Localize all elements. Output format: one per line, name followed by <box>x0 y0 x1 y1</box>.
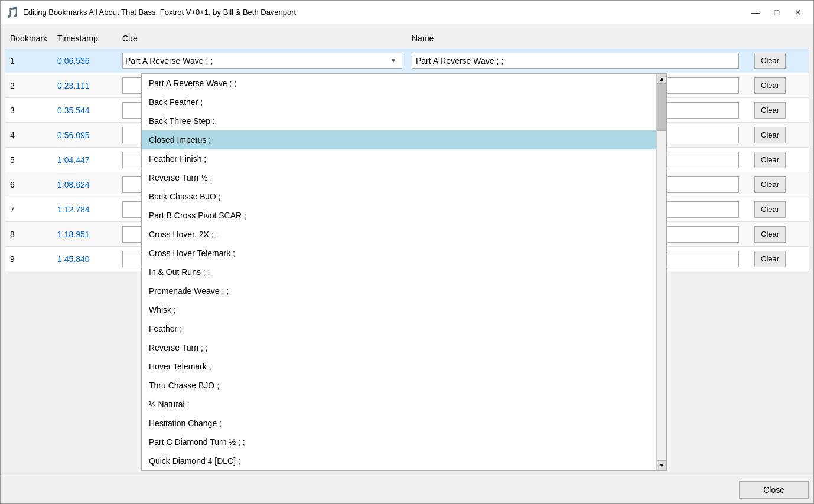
cell-bookmark-5: 5 <box>5 153 53 167</box>
window-title: Editing Bookmarks All About That Bass, F… <box>23 8 746 17</box>
dropdown-item[interactable]: Closed Impetus ; <box>142 130 656 149</box>
dropdown-item[interactable]: Thru Chasse BJO ; <box>142 376 656 395</box>
cell-clear-3[interactable]: Clear <box>750 100 809 121</box>
table-row: 1 0:06.536 Part A Reverse Wave ; ; ▼ Cle… <box>5 48 809 73</box>
bookmarks-table: Bookmark Timestamp Cue Name 1 0:06.536 P… <box>5 29 809 471</box>
clear-button-4[interactable]: Clear <box>754 127 786 143</box>
dropdown-item[interactable]: Feather ; <box>142 319 656 338</box>
cell-bookmark-6: 6 <box>5 178 53 192</box>
main-window: 🎵 Editing Bookmarks All About That Bass,… <box>0 0 814 504</box>
cell-bookmark-1: 1 <box>5 54 53 68</box>
dropdown-item[interactable]: Cross Hover Telemark ; <box>142 244 656 263</box>
scrollbar-up-button[interactable]: ▲ <box>657 74 667 84</box>
name-input-1[interactable] <box>412 53 739 69</box>
table-header: Bookmark Timestamp Cue Name <box>5 29 809 48</box>
clear-button-1[interactable]: Clear <box>754 53 786 69</box>
dropdown-item[interactable]: Part B Cross Pivot SCAR ; <box>142 206 656 225</box>
cell-time-4: 0:56.095 <box>53 128 118 142</box>
clear-button-9[interactable]: Clear <box>754 251 786 267</box>
dropdown-item[interactable]: Quick Diamond 4 [DLC] ; <box>142 451 656 470</box>
clear-button-2[interactable]: Clear <box>754 77 786 94</box>
cell-clear-1[interactable]: Clear <box>750 50 809 71</box>
dropdown-scrollbar[interactable]: ▲ ▼ <box>656 74 666 470</box>
dropdown-item[interactable]: Cross Hover, 2X ; ; <box>142 225 656 244</box>
clear-button-6[interactable]: Clear <box>754 176 786 193</box>
cell-clear-6[interactable]: Clear <box>750 174 809 195</box>
cell-clear-5[interactable]: Clear <box>750 149 809 171</box>
dropdown-item[interactable]: Reverse Turn ½ ; <box>142 168 656 187</box>
cell-bookmark-9: 9 <box>5 252 53 266</box>
scrollbar-thumb[interactable] <box>657 84 667 131</box>
cell-clear-7[interactable]: Clear <box>750 199 809 220</box>
minimize-button[interactable]: — <box>746 5 765 19</box>
cell-time-5: 1:04.447 <box>53 153 118 167</box>
bottom-bar: Close <box>1 476 813 503</box>
cell-time-2: 0:23.111 <box>53 78 118 93</box>
dropdown-item[interactable]: Feather Finish ; <box>142 149 656 168</box>
maximize-button[interactable]: □ <box>767 5 786 19</box>
cell-bookmark-8: 8 <box>5 227 53 241</box>
cell-time-7: 1:12.784 <box>53 202 118 217</box>
dropdown-arrow-icon: ▼ <box>388 57 399 64</box>
close-dialog-button[interactable]: Close <box>739 481 809 499</box>
cell-name-1[interactable] <box>407 50 750 71</box>
dropdown-item[interactable]: Reverse Turn ; ; <box>142 338 656 357</box>
col-bookmark: Bookmark <box>5 31 53 45</box>
cell-bookmark-3: 3 <box>5 103 53 117</box>
title-bar: 🎵 Editing Bookmarks All About That Bass,… <box>1 1 813 24</box>
dropdown-items-list[interactable]: Part A Reverse Wave ; ;Back Feather ;Bac… <box>142 74 656 470</box>
dropdown-item[interactable]: Whisk ; <box>142 300 656 319</box>
cue-dropdown-list[interactable]: Part A Reverse Wave ; ;Back Feather ;Bac… <box>141 73 667 471</box>
cue-dropdown-text-1: Part A Reverse Wave ; ; <box>125 56 388 66</box>
cell-time-8: 1:18.951 <box>53 227 118 241</box>
cell-time-9: 1:45.840 <box>53 252 118 266</box>
dropdown-item[interactable]: Back Three Step ; <box>142 112 656 130</box>
cell-time-6: 1:08.624 <box>53 178 118 192</box>
cell-clear-9[interactable]: Clear <box>750 248 809 270</box>
close-window-button[interactable]: ✕ <box>789 5 808 19</box>
cell-bookmark-7: 7 <box>5 202 53 217</box>
title-bar-controls: — □ ✕ <box>746 5 808 19</box>
dropdown-item[interactable]: Back Feather ; <box>142 93 656 112</box>
col-timestamp: Timestamp <box>53 31 118 45</box>
table-body: 1 0:06.536 Part A Reverse Wave ; ; ▼ Cle… <box>5 48 809 471</box>
dropdown-item[interactable]: Hesitation Change ; <box>142 414 656 433</box>
dropdown-item[interactable]: Back Chasse BJO ; <box>142 187 656 206</box>
scrollbar-track[interactable]: ▲ ▼ <box>657 74 666 470</box>
scrollbar-down-button[interactable]: ▼ <box>657 460 667 470</box>
cell-bookmark-2: 2 <box>5 78 53 93</box>
app-icon: 🎵 <box>6 6 18 18</box>
clear-button-7[interactable]: Clear <box>754 201 786 218</box>
dropdown-item[interactable]: Promenade Weave ; ; <box>142 282 656 300</box>
cell-clear-4[interactable]: Clear <box>750 125 809 146</box>
clear-button-5[interactable]: Clear <box>754 152 786 168</box>
cell-clear-2[interactable]: Clear <box>750 75 809 96</box>
cell-time-1: 0:06.536 <box>53 54 118 68</box>
col-name: Name <box>407 31 750 45</box>
cell-clear-8[interactable]: Clear <box>750 224 809 245</box>
dropdown-item[interactable]: Part A Reverse Wave ; ; <box>142 74 656 93</box>
clear-button-3[interactable]: Clear <box>754 102 786 119</box>
cell-time-3: 0:35.544 <box>53 103 118 117</box>
dropdown-item[interactable]: ½ Natural ; <box>142 395 656 414</box>
dropdown-item[interactable]: Part C Diamond Turn ½ ; ; <box>142 433 656 451</box>
cue-dropdown-1[interactable]: Part A Reverse Wave ; ; ▼ <box>122 53 402 69</box>
col-actions <box>750 31 809 45</box>
dropdown-item[interactable]: In & Out Runs ; ; <box>142 263 656 282</box>
clear-button-8[interactable]: Clear <box>754 226 786 243</box>
cell-cue-1[interactable]: Part A Reverse Wave ; ; ▼ <box>118 50 407 71</box>
dropdown-item[interactable]: Hover Telemark ; <box>142 357 656 376</box>
cell-bookmark-4: 4 <box>5 128 53 142</box>
col-cue: Cue <box>118 31 407 45</box>
main-content: Bookmark Timestamp Cue Name 1 0:06.536 P… <box>1 24 813 476</box>
